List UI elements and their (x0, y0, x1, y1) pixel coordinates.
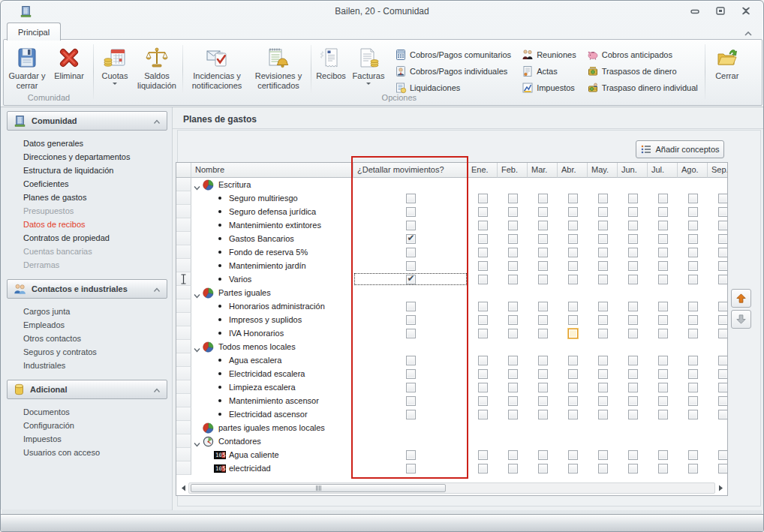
checkbox[interactable] (478, 194, 488, 203)
month-cell[interactable] (558, 340, 588, 353)
month-cell[interactable] (528, 367, 558, 380)
detail-movements-cell[interactable] (353, 448, 468, 461)
checkbox[interactable] (568, 302, 578, 311)
detail-movements-cell[interactable] (353, 205, 468, 218)
checkbox[interactable] (688, 194, 698, 203)
checkbox[interactable] (628, 464, 638, 473)
checkbox[interactable] (658, 450, 668, 460)
row-indicator[interactable] (176, 232, 191, 245)
month-cell[interactable] (678, 353, 708, 367)
checkbox[interactable] (688, 383, 698, 392)
expander-chevron-icon[interactable] (194, 437, 200, 448)
row-indicator[interactable] (176, 205, 191, 218)
month-cell[interactable] (588, 313, 618, 326)
checkbox[interactable] (658, 329, 668, 338)
table-row[interactable]: Seguro defensa jurídica (176, 205, 727, 218)
name-cell[interactable]: Electricidad ascensor (191, 407, 353, 421)
month-cell[interactable] (498, 191, 528, 205)
row-indicator[interactable] (176, 340, 191, 353)
name-cell[interactable]: Mantenimiento extintores (191, 218, 353, 232)
month-cell[interactable] (498, 232, 528, 245)
detail-movements-cell[interactable] (353, 218, 468, 232)
row-indicator[interactable] (176, 407, 191, 421)
scroll-right-arrow-icon[interactable] (715, 482, 726, 494)
month-cell[interactable] (618, 178, 648, 191)
month-cell[interactable] (528, 407, 558, 421)
sidebar-item-empleados[interactable]: Empleados (5, 318, 169, 332)
collapse-ribbon-chevron-icon[interactable] (744, 26, 753, 40)
checkbox[interactable] (628, 383, 638, 392)
name-cell[interactable]: Partes iguales (191, 286, 353, 299)
month-cell[interactable] (528, 461, 558, 475)
month-cell[interactable] (708, 299, 728, 313)
month-cell[interactable] (498, 178, 528, 191)
checkbox[interactable] (718, 194, 728, 203)
sidebar-item-industriales[interactable]: Industriales (5, 359, 169, 372)
checkbox[interactable] (568, 356, 578, 365)
scrollbar-track[interactable] (188, 482, 715, 494)
month-cell[interactable] (558, 434, 588, 448)
month-cell[interactable] (648, 461, 678, 475)
month-cell[interactable] (618, 448, 648, 461)
month-cell[interactable] (468, 326, 498, 340)
checkbox[interactable] (688, 315, 698, 325)
month-cell[interactable] (678, 434, 708, 448)
checkbox[interactable] (718, 302, 728, 311)
checkbox[interactable] (538, 315, 548, 325)
month-cell[interactable] (648, 367, 678, 380)
ribbon-button-traspasos-de-dinero[interactable]: Traspasos de dinero (584, 63, 701, 79)
row-indicator[interactable] (176, 367, 191, 380)
month-cell[interactable] (468, 272, 498, 286)
month-cell[interactable] (618, 218, 648, 232)
checkbox[interactable] (658, 383, 668, 392)
month-cell[interactable] (588, 205, 618, 218)
name-cell[interactable]: 105Agua caliente (191, 448, 353, 461)
checkbox[interactable] (658, 207, 668, 217)
checkbox[interactable] (538, 356, 548, 365)
checkbox[interactable] (538, 329, 548, 338)
checkbox[interactable] (406, 221, 416, 230)
month-cell[interactable] (558, 394, 588, 407)
month-cell[interactable] (528, 380, 558, 394)
checkbox[interactable] (508, 383, 518, 392)
month-cell[interactable] (648, 340, 678, 353)
restore-button[interactable] (714, 5, 727, 17)
checkbox[interactable] (718, 396, 728, 406)
month-cell[interactable] (678, 380, 708, 394)
month-cell[interactable] (528, 232, 558, 245)
month-cell[interactable] (648, 326, 678, 340)
month-cell[interactable] (618, 272, 648, 286)
detail-movements-cell[interactable] (353, 191, 468, 205)
sidebar-item-datos-de-recibos[interactable]: Datos de recibos (5, 218, 169, 231)
checkbox[interactable] (478, 275, 488, 284)
month-cell[interactable] (678, 218, 708, 232)
month-cell[interactable] (678, 259, 708, 272)
row-indicator[interactable] (176, 259, 191, 272)
month-cell[interactable] (468, 367, 498, 380)
checkbox[interactable] (406, 302, 416, 311)
month-cell[interactable] (558, 299, 588, 313)
ribbon-button-revisiones-y-certificados[interactable]: Revisiones y certificados (248, 44, 308, 95)
checkbox[interactable] (538, 396, 548, 406)
name-cell[interactable]: Mantenimiento jardín (191, 259, 353, 272)
table-row[interactable]: Limpieza escalera (176, 380, 727, 394)
detail-movements-cell[interactable] (353, 178, 468, 191)
month-cell[interactable] (468, 286, 498, 299)
ribbon-button-saldos-liquidaci-n[interactable]: Saldos liquidación (134, 44, 180, 95)
checkbox[interactable] (568, 207, 578, 217)
month-cell[interactable] (708, 313, 728, 326)
checkbox[interactable] (688, 356, 698, 365)
column-header-month[interactable]: Mar. (528, 163, 558, 178)
month-cell[interactable] (468, 407, 498, 421)
month-cell[interactable] (528, 394, 558, 407)
month-cell[interactable] (498, 245, 528, 259)
checkbox[interactable] (598, 464, 608, 473)
checkbox[interactable] (718, 207, 728, 217)
month-cell[interactable] (678, 421, 708, 434)
scroll-left-arrow-icon[interactable] (178, 482, 188, 494)
checkbox[interactable] (478, 464, 488, 473)
month-cell[interactable] (618, 340, 648, 353)
month-cell[interactable] (498, 286, 528, 299)
checkbox[interactable] (718, 248, 728, 257)
name-cell[interactable]: Todos menos locales (191, 340, 353, 353)
